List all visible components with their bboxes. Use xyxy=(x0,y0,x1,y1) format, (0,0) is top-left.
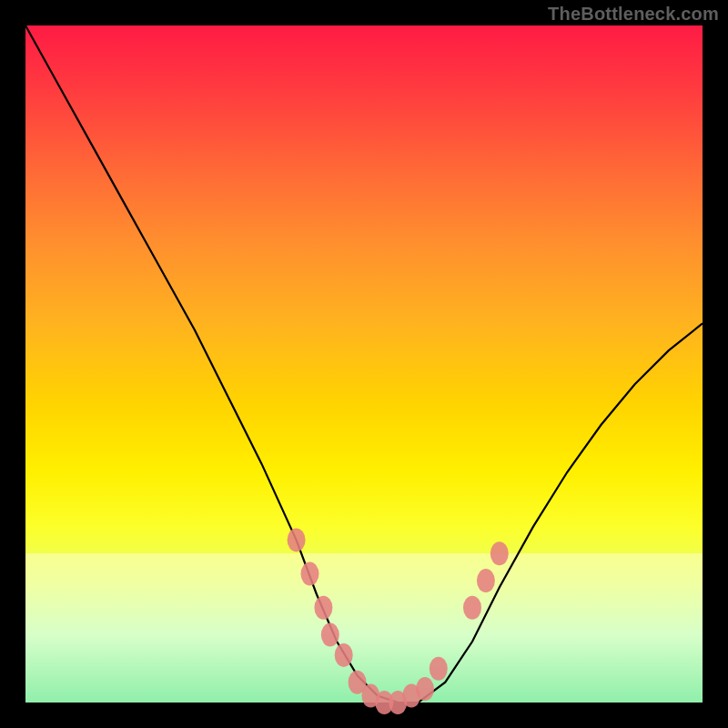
dot-marker xyxy=(321,623,339,647)
chart-plot-area xyxy=(25,25,703,703)
dot-marker xyxy=(335,643,353,667)
dot-marker xyxy=(301,562,319,586)
dot-marker xyxy=(430,657,448,681)
bottleneck-curve xyxy=(25,25,703,703)
dot-markers xyxy=(288,528,509,714)
dot-marker xyxy=(463,596,481,620)
attribution-text: TheBottleneck.com xyxy=(548,4,719,25)
dot-marker xyxy=(314,596,332,620)
dot-marker xyxy=(477,569,495,592)
dot-marker xyxy=(490,541,509,565)
dot-marker xyxy=(288,528,306,551)
chart-svg xyxy=(25,25,703,703)
dot-marker xyxy=(416,677,434,701)
